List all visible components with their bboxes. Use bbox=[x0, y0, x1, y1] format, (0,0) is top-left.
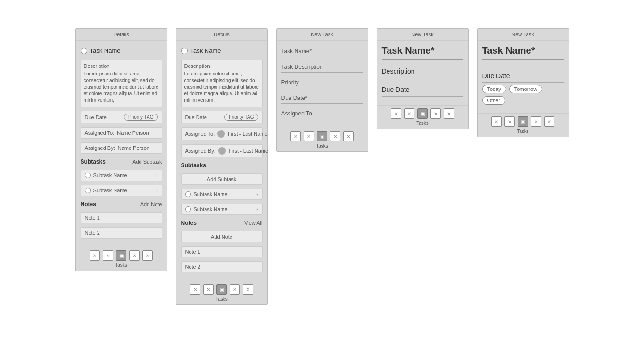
toolbar-icon-2a[interactable]: ✕ bbox=[190, 284, 200, 295]
large-task-name-4[interactable]: Task Name* bbox=[382, 45, 463, 60]
task-radio-2[interactable] bbox=[181, 48, 188, 54]
task-radio-1[interactable] bbox=[81, 48, 87, 54]
toolbar-icon-1d[interactable]: ✕ bbox=[129, 250, 140, 261]
chevron-icon-1a: › bbox=[156, 173, 157, 178]
toolbar-icon-1b[interactable]: ✕ bbox=[103, 250, 113, 261]
toolbar-icon-1a[interactable]: ✕ bbox=[90, 250, 100, 261]
assigned-by-value-2: First - Last Name bbox=[229, 148, 268, 154]
note-2a: Note 1 bbox=[181, 246, 263, 257]
date-other-btn[interactable]: Other bbox=[482, 96, 506, 105]
assigned-to-label-2: Assigned To: bbox=[185, 131, 215, 137]
newtask-panel-1: New Task Task Name* Task Description Pri… bbox=[276, 28, 368, 152]
desc-label-1: Description bbox=[84, 63, 159, 69]
nt-taskdesc-label: Task Description bbox=[281, 64, 363, 70]
subtasks-title-2: Subtasks bbox=[181, 162, 206, 169]
desc-label-2: Description bbox=[184, 63, 259, 69]
nt-field-taskdesc[interactable]: Task Description bbox=[281, 61, 363, 73]
subtasks-title-1: Subtasks bbox=[81, 158, 106, 165]
add-note-btn-1[interactable]: Add Note bbox=[140, 201, 162, 207]
large-task-name-5[interactable]: Task Name* bbox=[482, 45, 564, 60]
toolbar-icon-2d[interactable]: ✕ bbox=[230, 284, 240, 295]
subtask-1-row-2[interactable]: Subtask Name › bbox=[81, 185, 162, 196]
toolbar-icon-3e[interactable]: ✕ bbox=[343, 131, 354, 141]
toolbar-icon-4a[interactable]: ✕ bbox=[391, 108, 401, 119]
subtask-radio-2a[interactable] bbox=[185, 191, 191, 197]
toolbar-icon-2b[interactable]: ✕ bbox=[203, 284, 214, 295]
chevron-icon-1b: › bbox=[156, 188, 157, 193]
subtask-1-row-1[interactable]: Subtask Name › bbox=[81, 170, 162, 181]
note-1a: Note 1 bbox=[81, 212, 162, 223]
avatar-to-2 bbox=[217, 130, 225, 138]
panel-3-header: New Task bbox=[277, 29, 368, 41]
chevron-icon-2a: › bbox=[256, 192, 258, 197]
panel-5-header: New Task bbox=[478, 29, 569, 41]
assigned-by-label-2: Assigned By: bbox=[185, 148, 215, 154]
toolbar-label-5: Tasks bbox=[517, 129, 529, 134]
assigned-by-row-2: Assigned By: First - Last Name bbox=[181, 144, 263, 157]
task-name-row-1: Task Name bbox=[81, 45, 162, 56]
toolbar-icon-5e[interactable]: ✕ bbox=[544, 116, 554, 127]
subtask-2-row-2[interactable]: Subtask Name › bbox=[181, 204, 263, 215]
toolbar-icon-1c[interactable]: ▣ bbox=[116, 250, 126, 261]
task-name-label-2: Task Name bbox=[190, 47, 221, 54]
priority-tag-2[interactable]: Priority TAG bbox=[224, 114, 258, 121]
toolbar-icon-4c[interactable]: ▣ bbox=[417, 108, 428, 119]
subtask-label-2b: Subtask Name bbox=[194, 206, 254, 212]
toolbar-icon-5a[interactable]: ✕ bbox=[491, 116, 502, 127]
toolbar-icon-3c[interactable]: ▣ bbox=[317, 131, 327, 141]
desc-text-2: Lorem ipsum dolor sit amet, consectetur … bbox=[184, 71, 259, 104]
toolbar-icon-3a[interactable]: ✕ bbox=[290, 131, 301, 141]
details-panel-2: Details Task Name Description Lorem ipsu… bbox=[176, 28, 268, 305]
toolbar-icon-5c[interactable]: ▣ bbox=[518, 116, 528, 127]
toolbar-label-2: Tasks bbox=[215, 296, 228, 302]
date-tomorrow-btn[interactable]: Tomorrow bbox=[509, 85, 542, 93]
toolbar-label-1: Tasks bbox=[115, 263, 127, 268]
assigned-to-row-2: Assigned To: First - Last Name bbox=[181, 127, 263, 140]
toolbar-icon-5b[interactable]: ✕ bbox=[504, 116, 515, 127]
toolbar-icon-3d[interactable]: ✕ bbox=[330, 131, 340, 141]
view-all-btn-2[interactable]: View All bbox=[244, 220, 262, 226]
panel-3-footer: ✕ ✕ ▣ ✕ ✕ Tasks bbox=[277, 128, 368, 151]
toolbar-icon-2e[interactable]: ✕ bbox=[243, 284, 253, 295]
nt-priority-label: Priority bbox=[281, 79, 363, 86]
nt-field-assignedto[interactable]: Assigned To bbox=[281, 107, 363, 119]
add-subtask-btn-1[interactable]: Add Subtask bbox=[132, 159, 162, 165]
add-subtask-btn-2[interactable]: Add Subtask bbox=[181, 173, 263, 185]
subtask-radio-1a[interactable] bbox=[85, 173, 91, 178]
newtask-panel-3: New Task Task Name* Due Date Today Tomor… bbox=[477, 28, 569, 137]
notes-title-2: Notes bbox=[181, 220, 197, 226]
toolbar-icon-1e[interactable]: ✕ bbox=[142, 250, 153, 261]
description-box-1: Description Lorem ipsum dolor sit amet, … bbox=[81, 60, 162, 107]
subtask-2-row-1[interactable]: Subtask Name › bbox=[181, 189, 263, 200]
toolbar-icon-2c[interactable]: ▣ bbox=[216, 284, 227, 295]
date-today-btn[interactable]: Today bbox=[482, 85, 506, 93]
note-2b: Note 2 bbox=[181, 261, 263, 272]
add-note-btn-2[interactable]: Add Note bbox=[181, 231, 263, 242]
toolbar-icon-5d[interactable]: ✕ bbox=[531, 116, 541, 127]
toolbar-icon-4e[interactable]: ✕ bbox=[444, 108, 454, 119]
toolbar-4: ✕ ✕ ▣ ✕ ✕ bbox=[391, 108, 454, 119]
nt-field-taskname[interactable]: Task Name* bbox=[281, 45, 363, 57]
chevron-icon-2b: › bbox=[256, 207, 258, 212]
newtask-panel-2: New Task Task Name* Description Due Date… bbox=[377, 28, 469, 129]
assigned-to-value-2: First - Last Name bbox=[228, 131, 267, 137]
due-date-row-1: Due Date Priority TAG bbox=[81, 111, 162, 123]
notes-header-1: Notes Add Note bbox=[81, 200, 162, 208]
nt-duedate-label: Due Date* bbox=[281, 95, 363, 101]
subtask-radio-2b[interactable] bbox=[185, 206, 191, 212]
nt-field-priority[interactable]: Priority bbox=[281, 76, 363, 88]
toolbar-icon-4b[interactable]: ✕ bbox=[404, 108, 414, 119]
toolbar-icon-3b[interactable]: ✕ bbox=[304, 131, 314, 141]
nt-field-duedate[interactable]: Due Date* bbox=[281, 92, 363, 104]
note-1b: Note 2 bbox=[81, 227, 162, 239]
nt-assignedto-label: Assigned To bbox=[281, 110, 363, 117]
toolbar-icon-4d[interactable]: ✕ bbox=[430, 108, 441, 119]
nt-taskname-label: Task Name* bbox=[281, 48, 363, 55]
subtasks-header-2: Subtasks bbox=[181, 161, 263, 170]
assigned-by-label-1: Assigned By: bbox=[85, 145, 115, 151]
subtask-radio-1b[interactable] bbox=[85, 188, 91, 193]
assigned-to-value-1: Name Person bbox=[117, 130, 149, 136]
description-box-2: Description Lorem ipsum dolor sit amet, … bbox=[181, 60, 263, 107]
priority-tag-1[interactable]: Priority TAG bbox=[124, 114, 158, 121]
assigned-to-row-1: Assigned To: Name Person bbox=[81, 127, 162, 139]
